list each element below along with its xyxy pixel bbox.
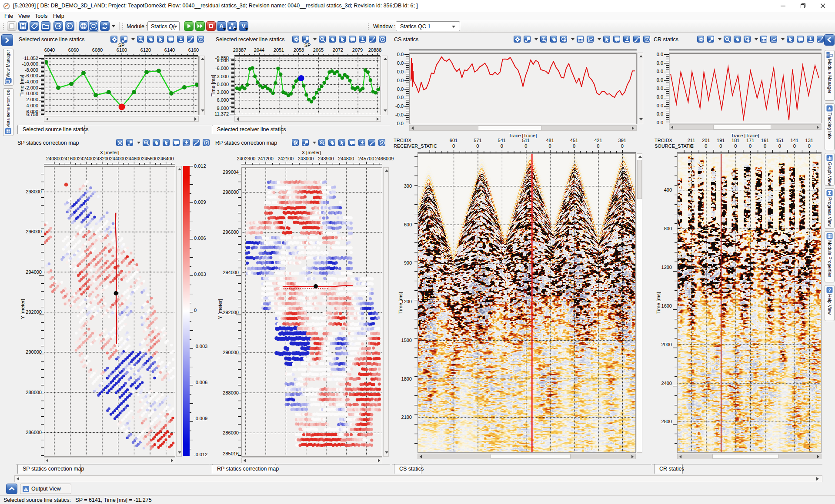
svg-text:?: ? xyxy=(828,288,831,293)
